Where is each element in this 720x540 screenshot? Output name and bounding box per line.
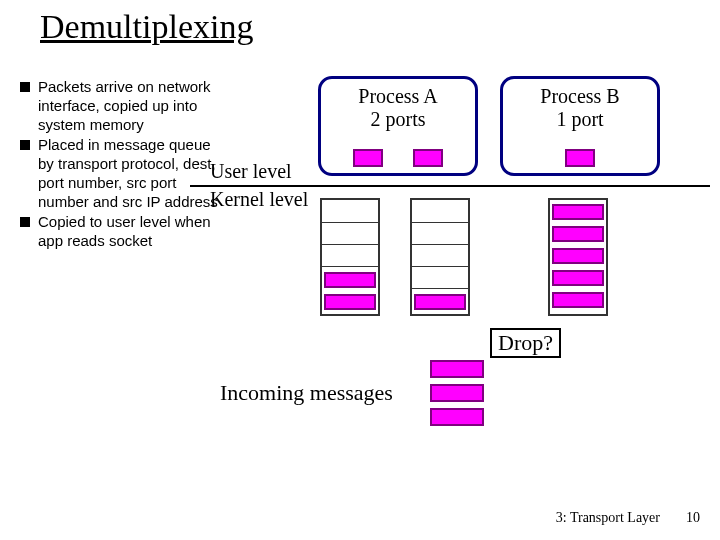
message-icon [430,360,484,378]
list-item: Copied to user level when app reads sock… [20,213,220,251]
kernel-level-label: Kernel level [210,188,308,211]
footer-section-label: 3: Transport Layer [556,510,660,526]
process-b-name: Process B [503,85,657,108]
bullet-marker-icon [20,82,30,92]
bullet-marker-icon [20,217,30,227]
queue-b1 [548,198,608,316]
process-b-ports-label: 1 port [503,108,657,131]
port-icon [565,149,595,167]
process-a-box: Process A 2 ports [318,76,478,176]
process-a-name: Process A [321,85,475,108]
list-item: Packets arrive on network interface, cop… [20,78,220,134]
diagram-area: Process A 2 ports Process B 1 port User … [210,70,690,500]
message-icon [552,292,604,308]
list-item: Placed in message queue by transport pro… [20,136,220,211]
incoming-messages-label: Incoming messages [220,380,393,406]
port-icon [413,149,443,167]
bullet-marker-icon [20,140,30,150]
bullet-text: Placed in message queue by transport pro… [38,136,220,211]
message-icon [414,294,466,310]
message-icon [324,272,376,288]
slide-title: Demultiplexing [40,8,253,46]
queue-a2 [410,198,470,316]
message-icon [552,270,604,286]
user-level-label: User level [210,160,292,183]
drop-label: Drop? [490,328,561,358]
port-icon [353,149,383,167]
bullet-list: Packets arrive on network interface, cop… [20,78,220,253]
message-icon [552,204,604,220]
bullet-text: Packets arrive on network interface, cop… [38,78,220,134]
message-icon [552,226,604,242]
queue-a1 [320,198,380,316]
message-icon [324,294,376,310]
page-number: 10 [686,510,700,526]
process-a-ports-label: 2 ports [321,108,475,131]
user-kernel-divider [190,185,710,187]
message-icon [430,408,484,426]
process-b-box: Process B 1 port [500,76,660,176]
message-icon [430,384,484,402]
bullet-text: Copied to user level when app reads sock… [38,213,220,251]
message-icon [552,248,604,264]
